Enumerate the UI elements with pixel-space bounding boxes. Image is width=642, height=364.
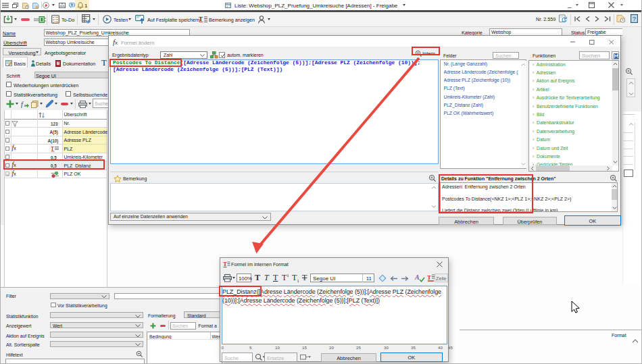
svg-text:f: f <box>21 101 24 108</box>
svg-text:T: T <box>199 16 203 22</box>
svg-text:?: ? <box>633 15 636 22</box>
svg-text:T: T <box>51 146 54 152</box>
svg-text:?: ? <box>57 61 59 65</box>
svg-text:T: T <box>427 274 431 281</box>
svg-text:T: T <box>223 261 227 267</box>
